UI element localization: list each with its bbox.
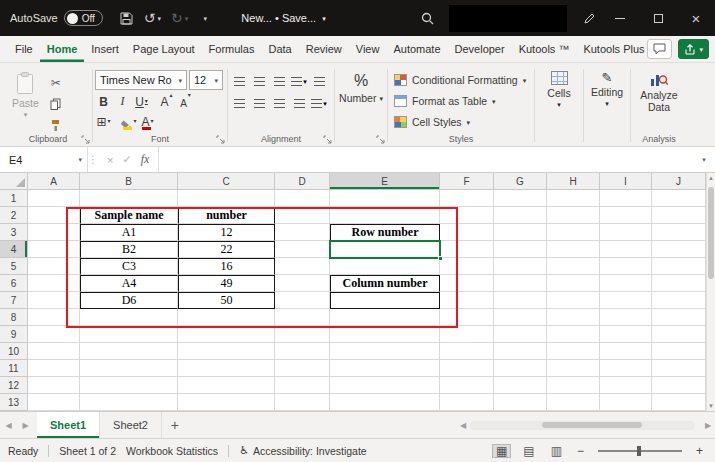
cell-d3[interactable]: [275, 224, 330, 241]
cell-c7[interactable]: 50: [178, 292, 275, 309]
align-right-button[interactable]: [270, 95, 288, 112]
cell-e9[interactable]: [330, 326, 440, 343]
number-dialog-launcher[interactable]: [375, 134, 385, 144]
italic-button[interactable]: I: [114, 92, 131, 110]
cell-a10[interactable]: [28, 343, 80, 360]
cell-b5[interactable]: C3: [80, 258, 178, 275]
column-header-c[interactable]: C: [178, 173, 275, 190]
cell-c13[interactable]: [178, 394, 275, 411]
scroll-down-icon[interactable]: ▼: [707, 403, 715, 409]
cell-c6[interactable]: 49: [178, 275, 275, 292]
page-break-view-button[interactable]: ▥: [548, 445, 565, 457]
cell-c11[interactable]: [178, 360, 275, 377]
column-header-j[interactable]: J: [652, 173, 706, 190]
cancel-entry-icon[interactable]: ×: [107, 154, 113, 166]
horizontal-scrollbar-thumb[interactable]: [542, 422, 642, 428]
cell-g1[interactable]: [494, 190, 547, 207]
zoom-out-button[interactable]: −: [575, 444, 586, 458]
cell-i8[interactable]: [600, 309, 652, 326]
cell-c9[interactable]: [178, 326, 275, 343]
cell-e4[interactable]: [330, 241, 440, 258]
comments-button[interactable]: [647, 39, 672, 59]
cell-e2[interactable]: [330, 207, 440, 224]
insert-function-button[interactable]: fx: [141, 152, 150, 167]
cell-c4[interactable]: 22: [178, 241, 275, 258]
cell-c10[interactable]: [178, 343, 275, 360]
cell-b1[interactable]: [80, 190, 178, 207]
alignment-dialog-launcher[interactable]: [322, 134, 332, 144]
cell-d13[interactable]: [275, 394, 330, 411]
cell-i11[interactable]: [600, 360, 652, 377]
cell-g2[interactable]: [494, 207, 547, 224]
select-all-button[interactable]: [0, 173, 28, 190]
sheet-tab-sheet1[interactable]: Sheet1: [37, 412, 100, 438]
menu-tab-automate[interactable]: Automate: [386, 36, 447, 62]
cell-d7[interactable]: [275, 292, 330, 309]
menu-tab-kutools-plus[interactable]: Kutools Plus: [576, 36, 647, 62]
cell-i6[interactable]: [600, 275, 652, 292]
row-header-11[interactable]: 11: [0, 360, 28, 377]
align-top-button[interactable]: [230, 73, 248, 90]
row-header-6[interactable]: 6: [0, 275, 28, 292]
cell-c3[interactable]: 12: [178, 224, 275, 241]
row-header-8[interactable]: 8: [0, 309, 28, 326]
row-header-2[interactable]: 2: [0, 207, 28, 224]
cell-a12[interactable]: [28, 377, 80, 394]
increase-font-button[interactable]: A▴: [158, 92, 175, 110]
cell-i4[interactable]: [600, 241, 652, 258]
autosave-control[interactable]: AutoSave Off: [10, 10, 103, 26]
align-bottom-button[interactable]: [270, 73, 288, 90]
column-header-e[interactable]: E: [330, 173, 440, 190]
menu-tab-kutools[interactable]: Kutools ™: [512, 36, 577, 62]
cell-d1[interactable]: [275, 190, 330, 207]
cell-f3[interactable]: [440, 224, 494, 241]
wrap-text-button[interactable]: [310, 73, 328, 90]
cell-f5[interactable]: [440, 258, 494, 275]
align-center-button[interactable]: [250, 95, 268, 112]
cell-i13[interactable]: [600, 394, 652, 411]
page-layout-view-button[interactable]: ▤: [520, 445, 537, 457]
cell-j10[interactable]: [652, 343, 706, 360]
cell-e11[interactable]: [330, 360, 440, 377]
cell-j3[interactable]: [652, 224, 706, 241]
minimize-button[interactable]: [601, 0, 639, 36]
cell-a7[interactable]: [28, 292, 80, 309]
cell-g6[interactable]: [494, 275, 547, 292]
cell-a8[interactable]: [28, 309, 80, 326]
column-header-d[interactable]: D: [275, 173, 330, 190]
column-header-g[interactable]: G: [494, 173, 547, 190]
decrease-font-button[interactable]: A▾: [177, 92, 194, 110]
expand-formula-bar-button[interactable]: ▾: [693, 147, 715, 172]
column-header-f[interactable]: F: [440, 173, 494, 190]
clipboard-dialog-launcher[interactable]: [80, 134, 90, 144]
cell-i2[interactable]: [600, 207, 652, 224]
cell-j5[interactable]: [652, 258, 706, 275]
menu-tab-review[interactable]: Review: [299, 36, 349, 62]
formula-input[interactable]: [159, 147, 693, 172]
cell-h4[interactable]: [547, 241, 600, 258]
restore-button[interactable]: [639, 0, 677, 36]
cell-b12[interactable]: [80, 377, 178, 394]
cell-c8[interactable]: [178, 309, 275, 326]
normal-view-button[interactable]: ▦: [493, 445, 510, 457]
cell-e6[interactable]: Column number: [330, 275, 440, 292]
cell-j1[interactable]: [652, 190, 706, 207]
bold-button[interactable]: B: [95, 92, 112, 110]
font-size-combo[interactable]: 12▾: [189, 70, 223, 90]
cell-h13[interactable]: [547, 394, 600, 411]
number-format-button[interactable]: Number▾: [339, 92, 383, 104]
search-button[interactable]: [415, 4, 439, 32]
autosave-toggle[interactable]: Off: [64, 10, 103, 26]
cell-e5[interactable]: [330, 258, 440, 275]
document-title[interactable]: New... • Save... ▾: [241, 12, 325, 24]
cell-a2[interactable]: [28, 207, 80, 224]
cell-i7[interactable]: [600, 292, 652, 309]
cell-h8[interactable]: [547, 309, 600, 326]
format-as-table-button[interactable]: Format as Table▾: [394, 91, 528, 111]
cell-a13[interactable]: [28, 394, 80, 411]
vertical-scrollbar[interactable]: ▲ ▼: [706, 173, 715, 411]
analyze-data-button[interactable]: Analyze Data: [633, 67, 685, 113]
menu-tab-insert[interactable]: Insert: [84, 36, 126, 62]
font-dialog-launcher[interactable]: [215, 134, 225, 144]
orientation-button[interactable]: ▾: [290, 73, 308, 90]
